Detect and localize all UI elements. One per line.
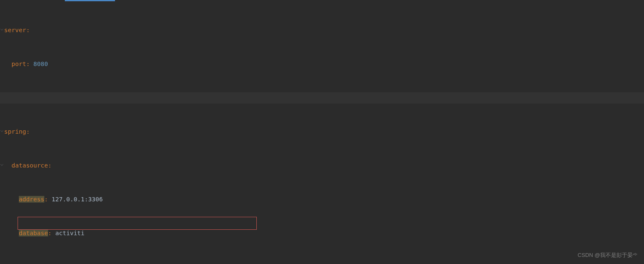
- code-line[interactable]: [0, 92, 644, 104]
- code-line[interactable]: port: 8080: [0, 58, 644, 70]
- code-editor[interactable]: server: port: 8080 spring: datasource: a…: [0, 0, 644, 264]
- fold-icon[interactable]: [0, 163, 3, 166]
- code-line[interactable]: address: 127.0.0.1:3306: [0, 194, 644, 205]
- code-line[interactable]: database: activiti: [0, 228, 644, 239]
- watermark: CSDN @我不是彭于晏༺: [578, 249, 639, 261]
- code-line[interactable]: username:: [0, 261, 644, 264]
- code-line[interactable]: datasource:: [0, 160, 644, 171]
- fold-icon[interactable]: [0, 129, 3, 132]
- code-line[interactable]: spring:: [0, 126, 644, 137]
- active-tab-indicator: [65, 0, 115, 1]
- code-line[interactable]: server:: [0, 25, 644, 36]
- fold-icon[interactable]: [0, 28, 3, 30]
